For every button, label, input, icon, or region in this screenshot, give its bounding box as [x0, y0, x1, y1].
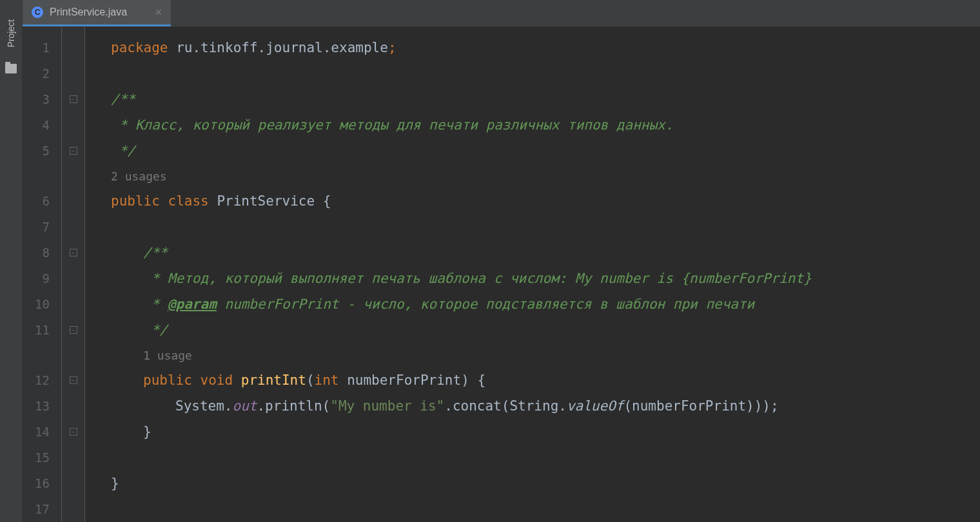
line-number: 2 [23, 61, 61, 86]
fold-slot [62, 214, 84, 240]
code-line [111, 496, 980, 522]
fold-slot [62, 496, 84, 522]
line-numbers: 1 2 3 4 5 6 7 8 9 10 11 12 13 14 15 [23, 27, 61, 522]
fold-toggle-icon[interactable]: − [70, 428, 77, 436]
fold-slot [62, 393, 84, 419]
fold-slot [62, 112, 84, 138]
code-line: public void printInt(int numberForPrint)… [111, 367, 980, 393]
usage-hint[interactable]: 1 usage [111, 343, 980, 367]
fold-slot [62, 188, 84, 214]
line-number: 1 [23, 35, 61, 61]
fold-toggle-icon[interactable]: − [70, 249, 77, 256]
class-file-icon: C [32, 6, 43, 18]
code-line: package ru.tinkoff.journal.example; [111, 35, 980, 61]
line-number: 3 [23, 86, 61, 112]
code-area[interactable]: package ru.tinkoff.journal.example; /** … [85, 27, 980, 522]
project-sidebar[interactable]: Project [0, 0, 23, 522]
tab-printservice[interactable]: C PrintService.java × [23, 0, 171, 26]
code-line [111, 214, 980, 240]
line-number: 4 [23, 112, 61, 138]
line-number [23, 164, 61, 188]
code-line: /** [111, 86, 980, 112]
tab-bar: C PrintService.java × [23, 0, 980, 27]
line-number: 6 [23, 188, 61, 214]
fold-toggle-icon[interactable]: − [70, 376, 77, 384]
tab-filename: PrintService.java [50, 6, 127, 18]
line-number: 12 [23, 367, 61, 393]
line-number: 13 [23, 393, 61, 419]
gutter-area: 1 2 3 4 5 6 7 8 9 10 11 12 13 14 15 [23, 27, 85, 522]
code-line [111, 61, 980, 86]
code-line: public class PrintService { [111, 188, 980, 214]
fold-slot [62, 445, 84, 470]
content-area: C PrintService.java × 1 2 3 4 5 6 7 8 9 [23, 0, 980, 522]
line-number: 17 [23, 496, 61, 522]
fold-slot [62, 343, 84, 367]
code-line: * @param numberForPrint - число, которое… [111, 291, 980, 317]
line-number: 11 [23, 317, 61, 343]
line-number: 14 [23, 419, 61, 445]
code-line: */ [111, 138, 980, 164]
fold-slot [62, 266, 84, 291]
folder-icon[interactable] [5, 64, 17, 73]
code-line: */ [111, 317, 980, 343]
fold-slot: − [62, 317, 84, 343]
line-number: 10 [23, 291, 61, 317]
fold-slot [62, 291, 84, 317]
fold-slot: − [62, 240, 84, 266]
fold-toggle-icon[interactable]: − [70, 95, 77, 103]
fold-slot: − [62, 367, 84, 393]
fold-toggle-icon[interactable]: − [70, 147, 77, 155]
fold-slot: − [62, 138, 84, 164]
code-line: * Метод, который выполняет печать шаблон… [111, 266, 980, 291]
code-line: } [111, 419, 980, 445]
fold-gutter: − − − − − − [62, 27, 84, 522]
fold-slot: − [62, 419, 84, 445]
code-editor[interactable]: 1 2 3 4 5 6 7 8 9 10 11 12 13 14 15 [23, 27, 980, 522]
line-number: 7 [23, 214, 61, 240]
code-line: /** [111, 240, 980, 266]
project-sidebar-label: Project [6, 19, 16, 48]
line-number [23, 343, 61, 367]
code-line [111, 445, 980, 470]
fold-slot [62, 35, 84, 61]
fold-slot [62, 470, 84, 496]
code-line: } [111, 470, 980, 496]
usage-hint[interactable]: 2 usages [111, 164, 980, 188]
line-number: 16 [23, 470, 61, 496]
fold-slot [62, 164, 84, 188]
code-line: System.out.println("My number is".concat… [111, 393, 980, 419]
line-number: 15 [23, 445, 61, 470]
fold-slot [62, 61, 84, 86]
line-number: 5 [23, 138, 61, 164]
line-number: 9 [23, 266, 61, 291]
main-container: Project C PrintService.java × 1 2 3 4 5 … [0, 0, 980, 522]
code-line: * Класс, который реализует методы для пе… [111, 112, 980, 138]
fold-toggle-icon[interactable]: − [70, 326, 77, 334]
fold-slot: − [62, 86, 84, 112]
close-tab-icon[interactable]: × [155, 6, 162, 19]
line-number: 8 [23, 240, 61, 266]
